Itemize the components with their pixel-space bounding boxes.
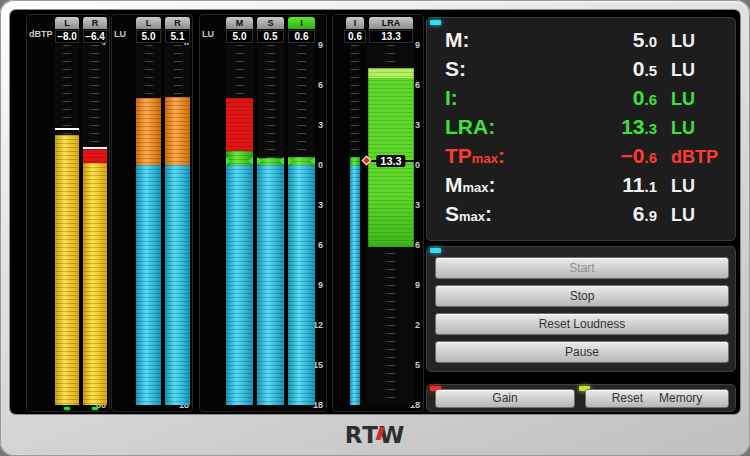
readout-label: M:	[445, 28, 565, 52]
lra-value: 13.3	[369, 30, 413, 43]
lu-meter-left[interactable]	[136, 45, 161, 405]
lu-value-left: 5.0	[136, 30, 161, 43]
level-bar-above-zero	[350, 157, 360, 165]
numeric-readout-panel[interactable]: M: 5.0 LU S: 0.5 LU I: 0.6 LU LRA: 13.3 …	[426, 17, 736, 241]
target-marker-icon	[226, 157, 231, 165]
scale-unit-label: LU	[114, 29, 126, 39]
channel-tab-left[interactable]: L	[136, 17, 161, 29]
stop-button[interactable]: Stop	[435, 285, 729, 307]
lra-panel: 9 6 3 0 3 6 9 12 15 18 I 0.6 LRA	[332, 14, 424, 412]
momentary-meter[interactable]	[226, 45, 253, 405]
readout-unit: LU	[657, 60, 721, 81]
lra-channel: LRA 13.3 13.3	[367, 15, 415, 411]
scale-tick: 0	[318, 160, 323, 170]
readout-unit: dBTP	[657, 147, 721, 168]
reset-label: Reset	[612, 390, 643, 407]
readout-label: TPmax:	[445, 144, 565, 168]
readout-row-mmax: Mmax: 11.1 LU	[445, 173, 721, 202]
loudness-meters-lr-panel: LU 9 6 3 0 3 6 9 12 15 18 L 5.0	[111, 14, 193, 412]
panel-status-led	[430, 248, 441, 253]
channel-tab-i[interactable]: I	[346, 17, 364, 29]
level-bar-below-zero	[288, 165, 315, 405]
lra-meter[interactable]: 13.3	[367, 45, 415, 405]
pause-button[interactable]: Pause	[435, 341, 729, 363]
loudness-meters-msi-panel: LU 9 6 3 0 3 6 9 12 15 18 M 5.0	[199, 14, 327, 412]
scale-tick: 6	[318, 80, 323, 90]
target-marker-icon	[279, 157, 284, 165]
scale-tick: 6	[415, 80, 420, 90]
channel-tab-left[interactable]: L	[55, 17, 79, 29]
truepeak-meter-left[interactable]	[55, 45, 79, 405]
readout-value: −0.6	[565, 144, 657, 168]
device-bezel: dBTP 3 0 3 6 10 20 30 40 60 L −8.0	[0, 0, 750, 456]
lra-marker-label: 13.3	[376, 155, 405, 167]
channel-tab-right[interactable]: R	[165, 17, 190, 29]
truepeak-meter-right[interactable]	[83, 45, 107, 405]
readout-label: LRA:	[445, 115, 565, 139]
channel-tab-i[interactable]: I	[288, 17, 315, 29]
over-level-bar	[226, 98, 253, 151]
level-bar	[83, 163, 107, 405]
scale-tick: 9	[318, 280, 323, 290]
lu-meter-right[interactable]	[165, 45, 190, 405]
integrated-value: 0.6	[288, 30, 315, 43]
level-bar-above-zero	[165, 97, 190, 165]
over-level-bar	[83, 149, 107, 163]
channel-tab-m[interactable]: M	[226, 17, 253, 29]
target-marker-icon	[248, 157, 253, 165]
scale-tick: 3	[415, 120, 420, 130]
lu-value-right: 5.1	[165, 30, 190, 43]
scale-tick: 9	[318, 40, 323, 50]
scale-tick: 3	[318, 120, 323, 130]
level-bar-below-zero	[257, 165, 284, 405]
reset-loudness-button[interactable]: Reset Loudness	[435, 313, 729, 335]
channel-tab-right[interactable]: R	[83, 17, 107, 29]
gain-memory-panel: Gain Reset Memory	[426, 384, 736, 412]
readout-row-m: M: 5.0 LU	[445, 28, 721, 57]
truepeak-value-right: −6.4	[83, 30, 107, 43]
readout-row-i: I: 0.6 LU	[445, 86, 721, 115]
scale-tick: 3	[415, 200, 420, 210]
readout-row-lra: LRA: 13.3 LU	[445, 115, 721, 144]
start-button[interactable]: Start	[435, 257, 729, 279]
level-bar-below-zero	[350, 165, 360, 405]
panel-status-led	[430, 20, 441, 25]
readout-unit: LU	[657, 176, 721, 197]
scale-tick: 3	[318, 200, 323, 210]
memory-label: Memory	[659, 390, 702, 407]
readout-label: Smax:	[445, 202, 565, 226]
truepeak-meters-panel: dBTP 3 0 3 6 10 20 30 40 60 L −8.0	[26, 14, 110, 412]
truepeak-channel-right: R −6.4	[83, 15, 107, 411]
integrated-thin-channel: I 0.6	[344, 15, 366, 411]
readout-row-s: S: 0.5 LU	[445, 57, 721, 86]
integrated-thin-meter[interactable]	[350, 45, 360, 405]
truepeak-value-left: −8.0	[55, 30, 79, 43]
rtw-logo: RTW	[345, 422, 406, 448]
readout-row-smax: Smax: 6.9 LU	[445, 202, 721, 231]
scale-tick: 9	[415, 40, 420, 50]
momentary-channel: M 5.0	[226, 15, 253, 411]
channel-tab-lra[interactable]: LRA	[369, 17, 413, 29]
readout-value: 6.9	[565, 202, 657, 226]
readout-value: 13.3	[565, 115, 657, 139]
reset-memory-button[interactable]: Reset Memory	[585, 389, 729, 408]
integrated-meter[interactable]	[288, 45, 315, 405]
readout-value: 11.1	[565, 173, 657, 197]
scale-tick: 6	[318, 240, 323, 250]
level-bar-below-zero	[165, 165, 190, 405]
level-bar	[55, 135, 79, 405]
readout-label: Mmax:	[445, 173, 565, 197]
target-marker-icon	[257, 157, 262, 165]
shortterm-meter[interactable]	[257, 45, 284, 405]
level-bar-below-zero	[226, 165, 253, 405]
readout-value: 0.5	[565, 57, 657, 81]
readout-unit: LU	[657, 118, 721, 139]
shortterm-value: 0.5	[257, 30, 284, 43]
gain-button[interactable]: Gain	[435, 389, 575, 408]
target-marker-icon	[288, 157, 293, 165]
lu-channel-right: R 5.1	[165, 15, 190, 411]
readout-unit: LU	[657, 89, 721, 110]
channel-tab-s[interactable]: S	[257, 17, 284, 29]
readout-value: 5.0	[565, 28, 657, 52]
transport-buttons-panel: Start Stop Reset Loudness Pause	[426, 246, 736, 372]
